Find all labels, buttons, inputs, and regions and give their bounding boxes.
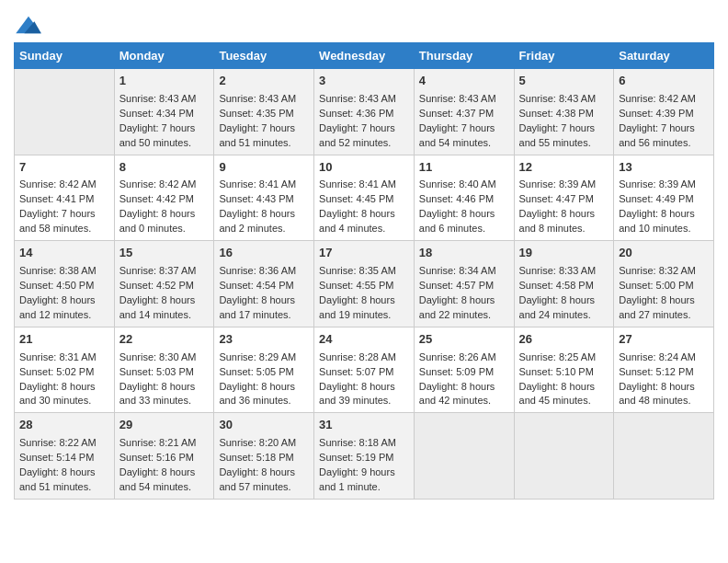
daylight-text: Daylight: 7 hours and 58 minutes. bbox=[19, 208, 96, 234]
sunset-text: Sunset: 4:34 PM bbox=[119, 108, 194, 119]
sunrise-text: Sunrise: 8:36 AM bbox=[219, 265, 296, 276]
sunset-text: Sunset: 5:05 PM bbox=[219, 366, 293, 377]
sunset-text: Sunset: 4:35 PM bbox=[219, 108, 293, 119]
daylight-text: Daylight: 8 hours and 48 minutes. bbox=[619, 381, 695, 407]
day-number: 31 bbox=[319, 417, 409, 434]
calendar-cell: 10Sunrise: 8:41 AMSunset: 4:45 PMDayligh… bbox=[314, 155, 415, 241]
sunrise-text: Sunrise: 8:41 AM bbox=[219, 178, 296, 190]
day-number: 23 bbox=[219, 331, 309, 349]
calendar-cell: 27Sunrise: 8:24 AMSunset: 5:12 PMDayligh… bbox=[614, 327, 714, 413]
sunset-text: Sunset: 4:50 PM bbox=[19, 280, 94, 291]
sunrise-text: Sunrise: 8:24 AM bbox=[619, 351, 696, 362]
daylight-text: Daylight: 8 hours and 19 minutes. bbox=[319, 294, 395, 320]
sunrise-text: Sunrise: 8:43 AM bbox=[319, 93, 396, 104]
daylight-text: Daylight: 8 hours and 10 minutes. bbox=[619, 208, 695, 234]
calendar-cell: 5Sunrise: 8:43 AMSunset: 4:38 PMDaylight… bbox=[514, 69, 614, 155]
sunset-text: Sunset: 4:38 PM bbox=[519, 108, 594, 119]
daylight-text: Daylight: 7 hours and 56 minutes. bbox=[619, 122, 695, 148]
calendar-cell: 7Sunrise: 8:42 AMSunset: 4:41 PMDaylight… bbox=[15, 155, 115, 241]
sunset-text: Sunset: 4:45 PM bbox=[319, 193, 393, 204]
sunset-text: Sunset: 4:46 PM bbox=[419, 193, 494, 204]
daylight-text: Daylight: 8 hours and 51 minutes. bbox=[19, 466, 96, 492]
sunset-text: Sunset: 4:47 PM bbox=[519, 193, 594, 204]
day-number: 13 bbox=[619, 159, 709, 177]
sunrise-text: Sunrise: 8:43 AM bbox=[219, 93, 296, 104]
calendar-cell: 1Sunrise: 8:43 AMSunset: 4:34 PMDaylight… bbox=[114, 69, 214, 155]
calendar-cell: 4Sunrise: 8:43 AMSunset: 4:37 PMDaylight… bbox=[414, 69, 514, 155]
daylight-text: Daylight: 8 hours and 6 minutes. bbox=[419, 208, 495, 234]
week-row-4: 21Sunrise: 8:31 AMSunset: 5:02 PMDayligh… bbox=[15, 327, 714, 413]
calendar-cell: 24Sunrise: 8:28 AMSunset: 5:07 PMDayligh… bbox=[314, 327, 415, 413]
daylight-text: Daylight: 8 hours and 8 minutes. bbox=[519, 208, 596, 234]
calendar-cell: 28Sunrise: 8:22 AMSunset: 5:14 PMDayligh… bbox=[15, 413, 115, 500]
daylight-text: Daylight: 8 hours and 2 minutes. bbox=[219, 208, 295, 234]
day-number: 24 bbox=[319, 331, 409, 349]
day-number: 17 bbox=[319, 245, 409, 262]
day-number: 30 bbox=[219, 417, 309, 434]
day-number: 2 bbox=[219, 73, 309, 90]
daylight-text: Daylight: 7 hours and 50 minutes. bbox=[119, 122, 196, 148]
calendar-cell: 3Sunrise: 8:43 AMSunset: 4:36 PMDaylight… bbox=[314, 69, 415, 155]
sunset-text: Sunset: 4:42 PM bbox=[119, 193, 194, 204]
daylight-text: Daylight: 8 hours and 57 minutes. bbox=[219, 466, 295, 492]
day-number: 27 bbox=[619, 331, 709, 349]
week-row-3: 14Sunrise: 8:38 AMSunset: 4:50 PMDayligh… bbox=[15, 241, 714, 327]
sunrise-text: Sunrise: 8:20 AM bbox=[219, 437, 296, 448]
day-number: 9 bbox=[219, 159, 309, 177]
day-number: 5 bbox=[519, 73, 609, 90]
sunset-text: Sunset: 5:09 PM bbox=[419, 366, 494, 377]
sunset-text: Sunset: 5:12 PM bbox=[619, 366, 693, 377]
sunset-text: Sunset: 4:55 PM bbox=[319, 280, 393, 291]
day-number: 25 bbox=[419, 331, 509, 349]
sunrise-text: Sunrise: 8:42 AM bbox=[19, 178, 97, 190]
calendar-cell: 18Sunrise: 8:34 AMSunset: 4:57 PMDayligh… bbox=[414, 241, 514, 327]
calendar-cell: 6Sunrise: 8:42 AMSunset: 4:39 PMDaylight… bbox=[614, 69, 714, 155]
calendar-cell: 15Sunrise: 8:37 AMSunset: 4:52 PMDayligh… bbox=[114, 241, 214, 327]
calendar-cell: 8Sunrise: 8:42 AMSunset: 4:42 PMDaylight… bbox=[114, 155, 214, 241]
day-number: 11 bbox=[419, 159, 509, 177]
day-number: 15 bbox=[119, 245, 210, 262]
daylight-text: Daylight: 9 hours and 1 minute. bbox=[319, 466, 395, 492]
day-number: 14 bbox=[19, 245, 109, 262]
header-cell-saturday: Saturday bbox=[614, 43, 714, 69]
day-number: 26 bbox=[519, 331, 609, 349]
daylight-text: Daylight: 7 hours and 54 minutes. bbox=[419, 122, 495, 148]
calendar-cell bbox=[414, 413, 514, 500]
header bbox=[14, 9, 714, 35]
sunset-text: Sunset: 5:14 PM bbox=[19, 452, 94, 463]
calendar-cell bbox=[514, 413, 614, 500]
calendar-cell: 26Sunrise: 8:25 AMSunset: 5:10 PMDayligh… bbox=[514, 327, 614, 413]
sunrise-text: Sunrise: 8:42 AM bbox=[119, 178, 197, 190]
sunset-text: Sunset: 5:10 PM bbox=[519, 366, 594, 377]
sunrise-text: Sunrise: 8:18 AM bbox=[319, 437, 396, 448]
daylight-text: Daylight: 8 hours and 0 minutes. bbox=[119, 208, 196, 234]
sunset-text: Sunset: 4:39 PM bbox=[619, 108, 693, 119]
calendar-cell: 21Sunrise: 8:31 AMSunset: 5:02 PMDayligh… bbox=[15, 327, 115, 413]
sunset-text: Sunset: 4:37 PM bbox=[419, 108, 494, 119]
calendar-cell: 14Sunrise: 8:38 AMSunset: 4:50 PMDayligh… bbox=[15, 241, 115, 327]
week-row-5: 28Sunrise: 8:22 AMSunset: 5:14 PMDayligh… bbox=[15, 413, 714, 500]
sunrise-text: Sunrise: 8:37 AM bbox=[119, 265, 197, 276]
sunset-text: Sunset: 4:41 PM bbox=[19, 193, 94, 204]
daylight-text: Daylight: 7 hours and 51 minutes. bbox=[219, 122, 295, 148]
sunrise-text: Sunrise: 8:35 AM bbox=[319, 265, 396, 276]
day-number: 3 bbox=[319, 73, 409, 90]
daylight-text: Daylight: 8 hours and 4 minutes. bbox=[319, 208, 395, 234]
daylight-text: Daylight: 8 hours and 22 minutes. bbox=[419, 294, 495, 320]
header-cell-thursday: Thursday bbox=[414, 43, 514, 69]
sunrise-text: Sunrise: 8:43 AM bbox=[519, 93, 597, 104]
sunrise-text: Sunrise: 8:42 AM bbox=[619, 93, 696, 104]
sunrise-text: Sunrise: 8:34 AM bbox=[419, 265, 496, 276]
calendar-cell: 2Sunrise: 8:43 AMSunset: 4:35 PMDaylight… bbox=[214, 69, 314, 155]
sunset-text: Sunset: 5:19 PM bbox=[319, 452, 393, 463]
sunrise-text: Sunrise: 8:21 AM bbox=[119, 437, 197, 448]
sunset-text: Sunset: 4:49 PM bbox=[619, 193, 693, 204]
day-number: 19 bbox=[519, 245, 609, 262]
sunset-text: Sunset: 5:00 PM bbox=[619, 280, 693, 291]
logo-icon bbox=[16, 15, 41, 35]
header-cell-wednesday: Wednesday bbox=[314, 43, 415, 69]
daylight-text: Daylight: 8 hours and 12 minutes. bbox=[19, 294, 96, 320]
calendar-cell: 29Sunrise: 8:21 AMSunset: 5:16 PMDayligh… bbox=[114, 413, 214, 500]
daylight-text: Daylight: 8 hours and 39 minutes. bbox=[319, 381, 395, 407]
daylight-text: Daylight: 8 hours and 30 minutes. bbox=[19, 381, 96, 407]
